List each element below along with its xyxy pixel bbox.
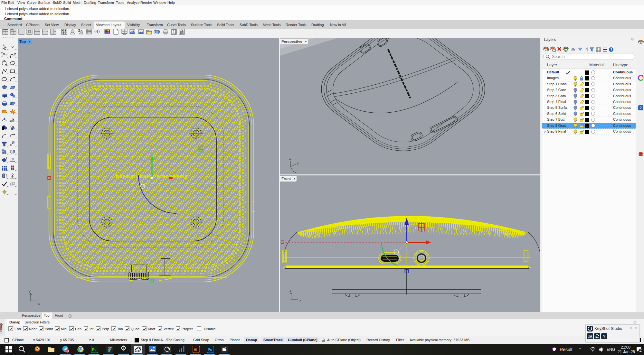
svg-text:Ps: Ps [208, 348, 212, 351]
svg-text:y: y [297, 161, 299, 165]
svg-text:Pt: Pt [92, 348, 96, 351]
svg-text:z: z [289, 288, 291, 292]
svg-text:y: y [29, 289, 31, 293]
svg-text:x: x [38, 302, 40, 305]
svg-text:2: 2 [640, 349, 641, 352]
svg-text:1: 1 [173, 30, 175, 34]
svg-text:8: 8 [139, 346, 141, 349]
svg-text:?: ? [610, 48, 612, 51]
svg-text:x: x [295, 170, 297, 174]
svg-text:x: x [299, 298, 301, 302]
svg-text:z: z [289, 156, 291, 160]
svg-text:Ai: Ai [194, 348, 197, 351]
svg-text:?: ? [639, 106, 642, 110]
svg-text:2: 2 [78, 29, 80, 32]
svg-text:43: 43 [66, 350, 69, 352]
